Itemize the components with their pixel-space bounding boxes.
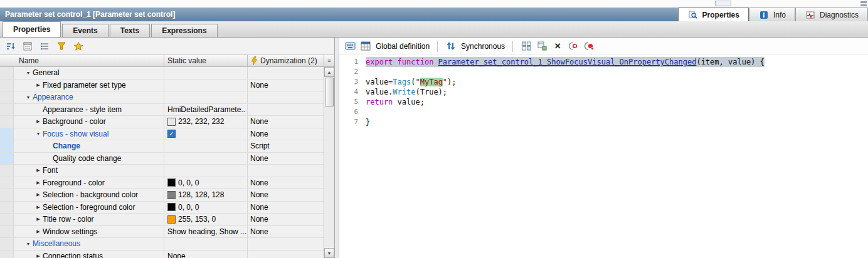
collapse-icon[interactable]: ▼: [34, 132, 43, 136]
dynamization-cell[interactable]: None: [248, 202, 324, 214]
static-value-cell[interactable]: [164, 153, 248, 165]
code-line[interactable]: 5return value;: [339, 97, 868, 107]
dynamization-cell[interactable]: [248, 250, 324, 258]
static-value-cell[interactable]: [164, 238, 248, 250]
expand-icon[interactable]: ▶: [34, 229, 43, 234]
dynamization-cell[interactable]: [248, 67, 324, 79]
tab-inspector-diagnostics[interactable]: Diagnostics: [795, 8, 868, 21]
static-value-cell[interactable]: [164, 80, 248, 91]
scroll-down-button[interactable]: ▼: [324, 248, 334, 258]
grid-view-icon[interactable]: [521, 41, 532, 52]
delete-icon[interactable]: ✕: [552, 41, 563, 52]
script-settings-icon[interactable]: [344, 41, 356, 52]
dynamization-cell[interactable]: None: [248, 80, 324, 91]
expand-icon[interactable]: ▶: [34, 83, 43, 88]
table-row[interactable]: ▼Focus - show visual✓None: [0, 128, 324, 141]
table-row[interactable]: ▶Connection statusNone: [0, 250, 324, 258]
dynamization-cell[interactable]: None: [248, 153, 324, 165]
list-view-icon[interactable]: [39, 41, 50, 52]
filter-icon[interactable]: [56, 41, 67, 52]
dynamization-cell[interactable]: [248, 91, 324, 103]
code-line[interactable]: 3value=Tags("MyTag");: [339, 77, 868, 87]
collapse-icon[interactable]: ▼: [24, 71, 33, 75]
static-value-cell[interactable]: HmiDetailedParamete..: [164, 104, 248, 116]
scroll-up-button[interactable]: ▲: [324, 67, 334, 77]
table-row[interactable]: ▶Title row - color255, 153, 0None: [0, 214, 324, 226]
dynamization-cell[interactable]: None: [248, 189, 324, 201]
disable-breakpoints-icon[interactable]: [583, 41, 595, 52]
static-value-cell[interactable]: 0, 0, 0: [164, 202, 248, 214]
code-area[interactable]: 1export function Parameter_set_control_1…: [339, 55, 868, 258]
dynamization-cell[interactable]: [248, 165, 324, 177]
collapse-icon[interactable]: ▼: [24, 242, 33, 246]
checkbox-checked[interactable]: ✓: [167, 130, 176, 138]
clear-breakpoints-icon[interactable]: [568, 41, 579, 52]
table-row[interactable]: ChangeScript: [0, 140, 324, 153]
category-view-icon[interactable]: [22, 41, 33, 52]
code-line[interactable]: 6: [339, 107, 868, 117]
code-line[interactable]: 7}: [339, 117, 868, 127]
table-row[interactable]: ▶Font: [0, 165, 324, 177]
scrollbar-thumb[interactable]: [325, 78, 334, 106]
dynamization-cell[interactable]: None: [248, 128, 324, 140]
table-row[interactable]: ▶Background - color232, 232, 232None: [0, 116, 324, 128]
static-value-cell[interactable]: 232, 232, 232: [164, 116, 248, 128]
static-value-cell[interactable]: None: [164, 250, 248, 258]
column-header-dynamization[interactable]: Dynamization (2): [248, 55, 324, 66]
table-row[interactable]: ▶Selection - background color128, 128, 1…: [0, 189, 324, 202]
column-header-static-value[interactable]: Static value: [164, 55, 248, 66]
dynamization-cell[interactable]: None: [248, 116, 324, 128]
table-row[interactable]: ▼General: [0, 67, 324, 80]
table-row[interactable]: Quality code changeNone: [0, 153, 324, 165]
table-row[interactable]: ▶Foreground - color0, 0, 0None: [0, 177, 324, 190]
static-value-cell[interactable]: ✓: [164, 128, 248, 140]
table-row[interactable]: ▶Selection - foreground color0, 0, 0None: [0, 202, 324, 214]
grid-corner-button[interactable]: ≡: [324, 55, 334, 66]
tab-properties[interactable]: Properties: [3, 21, 61, 37]
table-row[interactable]: ▶Window settingsShow heading, Show ...No…: [0, 226, 324, 239]
global-definition-label[interactable]: Global definition: [376, 42, 430, 51]
table-row[interactable]: Appearance - style itemHmiDetailedParame…: [0, 104, 324, 116]
expand-icon[interactable]: ▶: [34, 192, 43, 197]
sort-properties-icon[interactable]: [5, 41, 16, 52]
static-value-cell[interactable]: [164, 165, 248, 177]
table-row[interactable]: ▼Miscellaneous: [0, 238, 324, 250]
synchronous-label[interactable]: Synchronous: [461, 42, 505, 51]
code-line[interactable]: 2: [339, 67, 868, 77]
column-header-name[interactable]: Name: [0, 55, 164, 66]
tab-texts[interactable]: Texts: [110, 24, 150, 37]
collapse-icon[interactable]: ▼: [24, 95, 33, 100]
favorites-star-icon[interactable]: [73, 41, 84, 52]
tab-inspector-properties[interactable]: Properties: [678, 8, 749, 21]
grid-vertical-scrollbar[interactable]: ▲ ▼: [324, 67, 334, 258]
table-row[interactable]: ▶Fixed parameter set typeNone: [0, 80, 324, 92]
static-value-cell[interactable]: 255, 153, 0: [164, 214, 248, 225]
panel-divider[interactable]: [335, 38, 339, 258]
static-value-cell[interactable]: [164, 91, 248, 103]
table-row[interactable]: ▼Appearance: [0, 91, 324, 104]
expand-icon[interactable]: ▶: [34, 254, 43, 258]
static-value-cell[interactable]: Show heading, Show ...: [164, 226, 248, 238]
dynamization-cell[interactable]: None: [248, 177, 324, 189]
expand-icon[interactable]: ▶: [34, 217, 43, 222]
static-value-cell[interactable]: [164, 140, 248, 152]
expand-icon[interactable]: ▶: [34, 180, 43, 185]
static-value-cell[interactable]: 128, 128, 128: [164, 189, 248, 201]
tab-expressions[interactable]: Expressions: [151, 24, 217, 37]
dynamization-cell[interactable]: [248, 104, 324, 116]
code-line[interactable]: 1export function Parameter_set_control_1…: [339, 57, 868, 67]
tab-events[interactable]: Events: [62, 24, 108, 37]
code-line[interactable]: 4value.Write(True);: [339, 87, 868, 97]
expand-icon[interactable]: ▶: [34, 205, 43, 210]
insert-snippet-icon[interactable]: [536, 41, 548, 52]
expand-icon[interactable]: ▶: [34, 168, 43, 173]
static-value-cell[interactable]: [164, 67, 248, 79]
static-value-cell[interactable]: 0, 0, 0: [164, 177, 248, 189]
dynamization-cell[interactable]: [248, 238, 324, 250]
tab-inspector-info[interactable]: Info: [749, 8, 795, 21]
dynamization-cell[interactable]: Script: [248, 140, 324, 152]
expand-icon[interactable]: ▶: [34, 119, 43, 124]
synchronous-icon[interactable]: [445, 41, 457, 52]
dynamization-cell[interactable]: None: [248, 214, 324, 225]
dynamization-cell[interactable]: None: [248, 226, 324, 238]
